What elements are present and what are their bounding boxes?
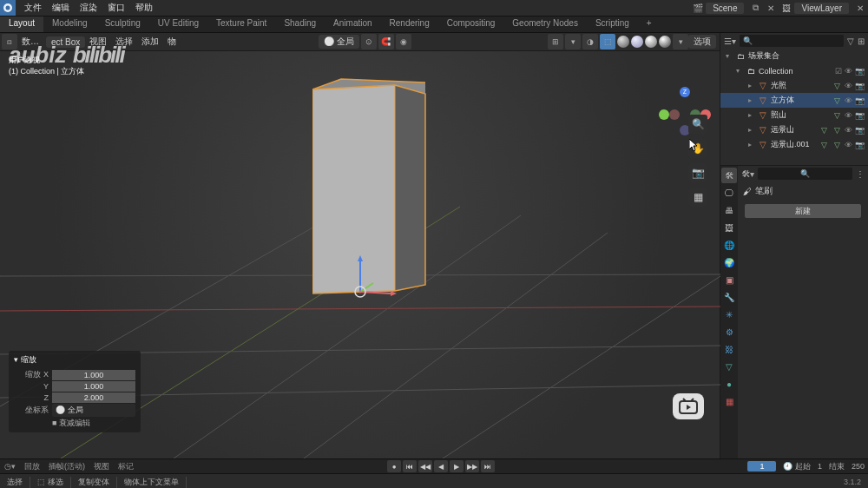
tab-scripting[interactable]: Scripting xyxy=(587,16,638,32)
viewlayer-selector[interactable]: ViewLayer xyxy=(794,3,849,14)
bilibili-play-icon[interactable] xyxy=(673,393,704,419)
node-collection[interactable]: ▾🗀Collection☑👁📷 xyxy=(720,63,868,78)
proportional-check[interactable]: ■ 衰减编辑 xyxy=(52,418,135,429)
camera-small-icon[interactable]: 📷 xyxy=(855,126,865,135)
vtab-mesh[interactable]: ▽ xyxy=(721,359,737,374)
node-light[interactable]: ▸▽光照▽👁📷 xyxy=(720,78,868,93)
orient-dd[interactable]: ⚪ 全局 xyxy=(52,404,135,417)
tab-texpaint[interactable]: Texture Paint xyxy=(207,16,275,32)
tab-shading[interactable]: Shading xyxy=(275,16,325,32)
scene-selector[interactable]: Scene xyxy=(706,3,744,14)
node-scene-collection[interactable]: ▾🗀场景集合 xyxy=(720,49,868,63)
tab-animation[interactable]: Animation xyxy=(325,16,380,32)
blender-logo-icon[interactable] xyxy=(0,0,16,16)
shading-solid-icon[interactable] xyxy=(631,36,643,48)
eye-icon[interactable]: 👁 xyxy=(845,111,852,120)
overlay-dd-icon[interactable]: ▾ xyxy=(565,34,581,49)
gizmo-negx-icon[interactable] xyxy=(669,109,680,120)
shading-dd-icon[interactable]: ▾ xyxy=(673,34,688,49)
camera-small-icon[interactable]: 📷 xyxy=(855,96,865,105)
menu-file[interactable]: 文件 xyxy=(19,2,47,14)
vtab-material[interactable]: ● xyxy=(721,376,737,392)
shading-wire-icon[interactable] xyxy=(617,36,629,48)
vtab-particles[interactable]: ✳ xyxy=(721,307,737,322)
timeline-marker[interactable]: 标记 xyxy=(114,461,138,472)
vtab-scene[interactable]: 🌐 xyxy=(721,237,737,253)
pan-icon[interactable]: ✋ xyxy=(688,139,707,158)
pivot-icon[interactable]: ⊙ xyxy=(361,34,377,49)
node-m3[interactable]: ▸▽远景山.001▽▽👁📷 xyxy=(720,137,868,152)
outliner-tree[interactable]: ▾🗀场景集合 ▾🗀Collection☑👁📷 ▸▽光照▽👁📷 ▸▽立方体▽👁📷 … xyxy=(720,49,868,165)
exclude-icon[interactable]: ☑ xyxy=(835,67,842,76)
viewport-3d[interactable]: ⧈ 数… ect Box 视图 选择 添加 物 ⚪ 全局 ⊙ 🧲 ◉ ⊞ ▾ ◑… xyxy=(0,33,720,458)
eye-icon[interactable]: 👁 xyxy=(845,141,852,149)
eye-icon[interactable]: 👁 xyxy=(845,82,852,90)
next-key-icon[interactable]: ▶▶ xyxy=(465,460,479,472)
header-add[interactable]: 添加 xyxy=(137,36,163,48)
outliner-editor-icon[interactable]: ☰▾ xyxy=(724,36,736,46)
scale-y-field[interactable]: 1.000 xyxy=(52,381,135,392)
vtab-physics[interactable]: ⚙ xyxy=(721,324,737,340)
tab-rendering[interactable]: Rendering xyxy=(381,16,438,32)
current-frame-field[interactable]: 1 xyxy=(747,461,776,472)
properties-search[interactable]: 🔍 xyxy=(758,168,852,180)
autokey-icon[interactable]: ● xyxy=(387,460,401,472)
gizmo-z-icon[interactable]: Z xyxy=(680,87,690,97)
vtab-texture[interactable]: ▦ xyxy=(721,393,737,409)
vtab-active-tool[interactable]: 🛠 xyxy=(721,168,737,183)
interaction-dd[interactable]: ect Box xyxy=(46,36,85,48)
tab-modeling[interactable]: Modeling xyxy=(43,16,96,32)
header-select[interactable]: 选择 xyxy=(111,36,137,48)
persp-ortho-icon[interactable]: ▦ xyxy=(688,188,707,207)
vtab-output[interactable]: 🖶 xyxy=(721,202,737,218)
tab-geonodes[interactable]: Geometry Nodes xyxy=(503,16,587,32)
tab-compositing[interactable]: Compositing xyxy=(438,16,504,32)
vtab-modifier[interactable]: 🔧 xyxy=(721,289,737,305)
zoom-icon[interactable]: 🔍 xyxy=(688,115,707,134)
prev-key-icon[interactable]: ◀◀ xyxy=(418,460,432,472)
overlay-toggle-icon[interactable]: ⊞ xyxy=(548,34,563,49)
gizmo-y-icon[interactable] xyxy=(659,109,669,120)
new-button[interactable]: 新建 xyxy=(745,204,861,218)
header-view[interactable]: 视图 xyxy=(85,36,111,48)
tab-add[interactable]: + xyxy=(638,16,661,32)
xray-icon[interactable]: ⬚ xyxy=(600,34,615,49)
snap-icon[interactable]: 🧲 xyxy=(378,34,394,49)
timeline-keying[interactable]: 插帧(活动) xyxy=(44,461,89,472)
tab-uv[interactable]: UV Editing xyxy=(149,16,207,32)
copy-scene-icon[interactable]: ⧉ xyxy=(747,0,763,16)
eye-icon[interactable]: 👁 xyxy=(845,126,852,135)
tab-layout[interactable]: Layout xyxy=(0,16,43,32)
node-m2[interactable]: ▸▽远景山▽▽👁📷 xyxy=(720,122,868,137)
props-options-icon[interactable]: ⋮ xyxy=(856,169,865,179)
filter-icon[interactable]: ▽ xyxy=(847,36,854,46)
play-rev-icon[interactable]: ◀ xyxy=(434,460,448,472)
eye-icon[interactable]: 👁 xyxy=(845,67,852,76)
vtab-render[interactable]: 🖵 xyxy=(721,185,737,201)
vtab-object[interactable]: ▣ xyxy=(721,272,737,287)
jump-start-icon[interactable]: ⏮ xyxy=(403,460,417,472)
vtab-viewlayer[interactable]: 🖼 xyxy=(721,220,737,235)
editor-type-icon[interactable]: ⧈ xyxy=(2,34,17,49)
scale-x-field[interactable]: 1.000 xyxy=(52,370,135,380)
camera-small-icon[interactable]: 📷 xyxy=(855,111,865,120)
operator-panel[interactable]: ▾ 缩放 缩放 X1.000 Y1.000 Z2.000 坐标系⚪ 全局 ■ 衰… xyxy=(9,351,141,432)
props-editor-icon[interactable]: 🛠▾ xyxy=(741,169,754,179)
menu-window[interactable]: 窗口 xyxy=(102,2,130,14)
start-field[interactable]: 1 xyxy=(814,462,825,471)
delete-scene-icon[interactable]: ✕ xyxy=(763,0,779,16)
gizmo-toggle-icon[interactable]: ◑ xyxy=(582,34,598,49)
timeline-play[interactable]: 回放 xyxy=(20,461,44,472)
camera-small-icon[interactable]: 📷 xyxy=(855,82,865,90)
end-field[interactable]: 250 xyxy=(848,462,868,471)
interaction-mode[interactable]: 数… xyxy=(17,36,43,48)
eye-icon[interactable]: 👁 xyxy=(845,96,852,105)
outliner-search[interactable]: 🔍 xyxy=(740,35,844,47)
camera-small-icon[interactable]: 📷 xyxy=(855,67,865,76)
timeline-editor-icon[interactable]: ◷▾ xyxy=(0,462,20,471)
shading-matprev-icon[interactable] xyxy=(645,36,657,48)
menu-help[interactable]: 帮助 xyxy=(130,2,158,14)
delete-viewlayer-icon[interactable]: ✕ xyxy=(852,0,868,16)
scale-z-field[interactable]: 2.000 xyxy=(52,392,135,403)
camera-icon[interactable]: 📷 xyxy=(688,163,707,182)
